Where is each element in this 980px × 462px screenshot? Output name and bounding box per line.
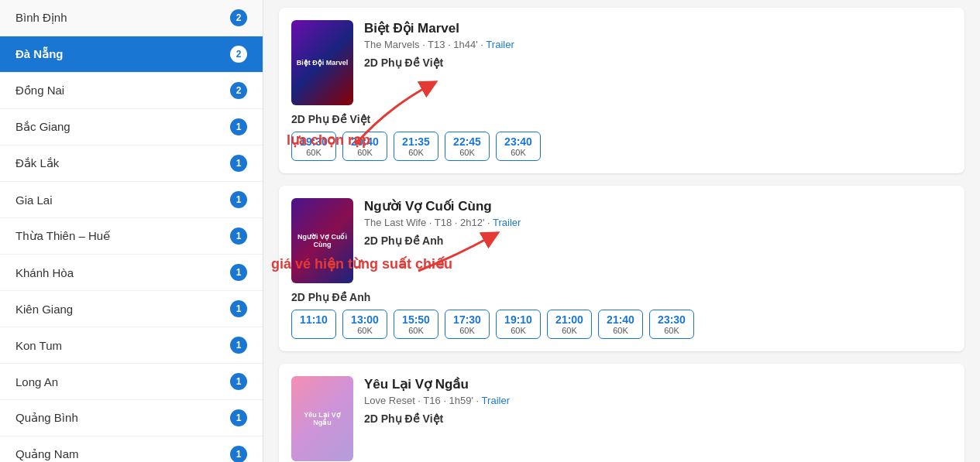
showtime-time: 19:30: [300, 135, 328, 148]
sidebar-item-kiên-giang[interactable]: Kiên Giang1: [0, 291, 263, 327]
sidebar-item-label: Quảng Bình: [15, 411, 78, 425]
showtime-time: 21:00: [555, 313, 583, 326]
showtime-price: 60K: [555, 326, 583, 335]
sidebar-item-label: Quảng Nam: [15, 447, 79, 461]
movie-poster-nguoi-vo-cuoi-cung: Người Vợ Cuối Cùng: [291, 198, 353, 283]
movie-meta-biet-doi-marvel: The Marvels · T13 · 1h44' · Trailer: [364, 39, 952, 50]
sidebar-badge: 2: [230, 82, 247, 99]
showtime-time: 23:40: [504, 135, 532, 148]
sidebar-item-label: Gia Lai: [15, 193, 53, 207]
showtime-price: 60K: [453, 326, 481, 335]
showtime-price: 60K: [504, 326, 532, 335]
sidebar-badge: 1: [230, 228, 247, 245]
sidebar-item-thừa-thiên-–-huế[interactable]: Thừa Thiên – Huế1: [0, 218, 263, 255]
movie-poster-biet-doi-marvel: Biệt Đội Marvel: [291, 20, 353, 105]
sidebar-badge: 2: [230, 46, 247, 63]
showtime-price: 60K: [402, 326, 430, 335]
showtime-price: 60K: [607, 326, 634, 335]
movie-poster-yeu-lai-vo-ngau: Yêu Lại Vợ Ngầu: [291, 376, 353, 461]
showtime-btn-biet-doi-marvel-2340[interactable]: 23:4060K: [496, 132, 541, 161]
showtime-price: 60K: [504, 148, 532, 157]
sidebar-item-long-an[interactable]: Long An1: [0, 364, 263, 400]
sidebar-item-đắk-lắk[interactable]: Đắk Lắk1: [0, 145, 263, 182]
movie-card-yeu-lai-vo-ngau: Yêu Lại Vợ NgầuYêu Lại Vợ NgầuLove Reset…: [279, 364, 965, 462]
trailer-link-biet-doi-marvel[interactable]: Trailer: [486, 39, 514, 50]
showtime-type-label-biet-doi-marvel: 2D Phụ Đề Việt: [291, 113, 952, 125]
movie-card-nguoi-vo-cuoi-cung: Người Vợ Cuối CùngNgười Vợ Cuối CùngThe …: [279, 186, 965, 351]
movie-title-yeu-lai-vo-ngau: Yêu Lại Vợ Ngầu: [364, 376, 952, 392]
showtime-price: 60K: [351, 148, 379, 157]
movie-subtitle-type-biet-doi-marvel: 2D Phụ Đề Việt: [364, 56, 952, 69]
showtime-time: 21:35: [402, 135, 430, 148]
sidebar-badge: 1: [230, 191, 247, 208]
sidebar-item-label: Đà Nẵng: [15, 47, 64, 61]
showtime-time: 21:40: [607, 313, 634, 326]
showtime-btn-nguoi-vo-cuoi-cung-1110[interactable]: 11:10: [291, 310, 336, 339]
sidebar-badge: 1: [230, 155, 247, 172]
showtime-btn-biet-doi-marvel-2040[interactable]: 20:4060K: [342, 132, 387, 161]
sidebar-badge: 1: [230, 337, 247, 354]
showtime-btn-nguoi-vo-cuoi-cung-2100[interactable]: 21:0060K: [547, 310, 592, 339]
showtimes-biet-doi-marvel: 19:3060K20:4060K21:3560K22:4560K23:4060K: [291, 132, 952, 161]
showtime-btn-nguoi-vo-cuoi-cung-2140[interactable]: 21:4060K: [598, 310, 643, 339]
showtime-price: 60K: [402, 148, 430, 157]
sidebar-badge: 2: [230, 9, 247, 26]
showtime-time: 22:45: [453, 135, 481, 148]
sidebar-item-kon-tum[interactable]: Kon Tum1: [0, 327, 263, 364]
sidebar-item-label: Khánh Hòa: [15, 266, 74, 279]
showtime-btn-nguoi-vo-cuoi-cung-1300[interactable]: 13:0060K: [342, 310, 387, 339]
main-content: lựa chọn rạp giá vé hiện từng suất chiếu…: [263, 0, 980, 462]
movie-title-biet-doi-marvel: Biệt Đội Marvel: [364, 20, 952, 36]
showtime-price: 60K: [658, 326, 686, 335]
trailer-link-yeu-lai-vo-ngau[interactable]: Trailer: [482, 395, 510, 406]
sidebar-item-label: Long An: [15, 375, 58, 388]
showtime-time: 13:00: [351, 313, 379, 326]
sidebar-item-bình-định[interactable]: Bình Định2: [0, 0, 263, 36]
sidebar-badge: 1: [230, 409, 247, 426]
showtime-price: 60K: [300, 148, 328, 157]
sidebar-item-gia-lai[interactable]: Gia Lai1: [0, 182, 263, 218]
movie-list: Biệt Đội MarvelBiệt Đội MarvelThe Marvel…: [279, 8, 965, 462]
movie-subtitle-type-yeu-lai-vo-ngau: 2D Phụ Đề Việt: [364, 412, 952, 425]
showtime-btn-biet-doi-marvel-2245[interactable]: 22:4560K: [445, 132, 490, 161]
sidebar-item-label: Kiên Giang: [15, 303, 73, 316]
sidebar-badge: 1: [230, 118, 247, 135]
sidebar-item-label: Đồng Nai: [15, 84, 64, 98]
movie-card-biet-doi-marvel: Biệt Đội MarvelBiệt Đội MarvelThe Marvel…: [279, 8, 965, 173]
showtime-btn-nguoi-vo-cuoi-cung-1910[interactable]: 19:1060K: [496, 310, 541, 339]
showtime-time: 17:30: [453, 313, 481, 326]
sidebar-item-bắc-giang[interactable]: Bắc Giang1: [0, 109, 263, 145]
showtime-type-label-nguoi-vo-cuoi-cung: 2D Phụ Đề Anh: [291, 291, 952, 303]
sidebar-item-quảng-bình[interactable]: Quảng Bình1: [0, 400, 263, 436]
sidebar-badge: 1: [230, 373, 247, 390]
showtime-price: 60K: [453, 148, 481, 157]
trailer-link-nguoi-vo-cuoi-cung[interactable]: Trailer: [493, 217, 521, 228]
city-sidebar[interactable]: Bình Định2Đà Nẵng2Đồng Nai2Bắc Giang1Đắk…: [0, 0, 263, 462]
sidebar-badge: 1: [230, 264, 247, 281]
sidebar-item-label: Bắc Giang: [15, 120, 70, 134]
movie-meta-yeu-lai-vo-ngau: Love Reset · T16 · 1h59' · Trailer: [364, 395, 952, 406]
movie-title-nguoi-vo-cuoi-cung: Người Vợ Cuối Cùng: [364, 198, 952, 214]
showtime-btn-nguoi-vo-cuoi-cung-2330[interactable]: 23:3060K: [649, 310, 694, 339]
showtime-time: 20:40: [351, 135, 379, 148]
showtime-time: 15:50: [402, 313, 430, 326]
showtime-time: 11:10: [300, 313, 328, 326]
sidebar-item-label: Kon Tum: [15, 339, 62, 352]
showtime-price: 60K: [351, 326, 379, 335]
sidebar-badge: 1: [230, 300, 247, 317]
sidebar-badge: 1: [230, 446, 247, 462]
sidebar-item-đà-nẵng[interactable]: Đà Nẵng2: [0, 36, 263, 73]
showtime-btn-biet-doi-marvel-2135[interactable]: 21:3560K: [394, 132, 438, 161]
sidebar-item-quảng-nam[interactable]: Quảng Nam1: [0, 436, 263, 462]
showtime-time: 23:30: [658, 313, 686, 326]
showtime-time: 19:10: [504, 313, 532, 326]
showtime-btn-nguoi-vo-cuoi-cung-1730[interactable]: 17:3060K: [445, 310, 490, 339]
showtimes-nguoi-vo-cuoi-cung: 11:1013:0060K15:5060K17:3060K19:1060K21:…: [291, 310, 952, 339]
sidebar-item-label: Bình Định: [15, 11, 67, 25]
sidebar-item-đồng-nai[interactable]: Đồng Nai2: [0, 73, 263, 109]
sidebar-item-label: Đắk Lắk: [15, 156, 59, 170]
showtime-btn-nguoi-vo-cuoi-cung-1550[interactable]: 15:5060K: [394, 310, 438, 339]
sidebar-item-khánh-hòa[interactable]: Khánh Hòa1: [0, 255, 263, 291]
showtime-btn-biet-doi-marvel-1930[interactable]: 19:3060K: [291, 132, 336, 161]
movie-meta-nguoi-vo-cuoi-cung: The Last Wife · T18 · 2h12' · Trailer: [364, 217, 952, 228]
